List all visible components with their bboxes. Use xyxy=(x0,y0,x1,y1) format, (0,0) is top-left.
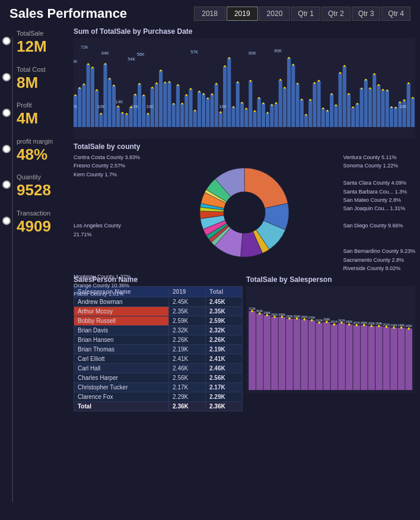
charts-panel: Sum of TotalSale by Purchase Date 72K64K… xyxy=(71,25,420,514)
cell-total: 2.26K xyxy=(206,335,243,345)
cell-total: 2.45K xyxy=(206,297,243,307)
svg-rect-104 xyxy=(295,84,299,127)
svg-point-57 xyxy=(194,110,196,112)
pie-label-sonoma: Sonoma County 1.22% xyxy=(343,161,415,170)
cell-name: Charles Harper xyxy=(74,373,169,383)
tab-qtr1[interactable]: Qtr 1 xyxy=(291,7,320,21)
bar-chart-title: Sum of TotalSale by Purchase Date xyxy=(74,27,415,36)
svg-point-109 xyxy=(305,114,307,116)
kpi-dot-0 xyxy=(2,37,11,45)
svg-rect-76 xyxy=(236,83,240,127)
svg-rect-194 xyxy=(294,319,301,390)
svg-text:14K: 14K xyxy=(116,100,123,104)
svg-point-51 xyxy=(182,103,183,104)
svg-rect-148 xyxy=(390,107,393,127)
cell-total: 2.17K xyxy=(206,383,243,392)
svg-rect-94 xyxy=(274,103,278,127)
kpi-items: TotalSale 12M Total Cost 8M Profit 4M pr… xyxy=(6,30,65,246)
svg-rect-64 xyxy=(210,94,214,127)
svg-point-202 xyxy=(311,319,313,321)
svg-point-29 xyxy=(134,94,136,96)
kpi-value-0: 12M xyxy=(17,38,65,55)
cell-2019: 2.56K xyxy=(169,373,206,383)
svg-rect-26 xyxy=(129,107,133,127)
kpi-item-5: Transaction 4909 xyxy=(6,210,65,235)
svg-point-155 xyxy=(403,99,405,101)
svg-text:56K: 56K xyxy=(137,52,145,57)
svg-rect-224 xyxy=(368,326,375,390)
kpi-label-1: Total Cost xyxy=(17,66,65,73)
kpi-label-2: Profit xyxy=(17,102,65,109)
kpi-label-0: TotalSale xyxy=(17,30,65,37)
col-header-total: Total xyxy=(206,287,243,297)
svg-point-87 xyxy=(258,97,260,99)
tab-2018[interactable]: 2018 xyxy=(194,7,225,21)
pie-labels-right: Ventura County 5.11% Sonoma County 1.22%… xyxy=(343,153,415,272)
svg-text:72K: 72K xyxy=(81,45,88,50)
svg-point-71 xyxy=(224,65,226,67)
kpi-item-4: Quantity 9528 xyxy=(6,173,65,199)
cell-2019: 2.45K xyxy=(169,297,206,307)
cell-name: Brian Hansen xyxy=(74,335,169,345)
kpi-dot-2 xyxy=(2,109,11,117)
cell-total: 2.32K xyxy=(206,326,243,335)
svg-rect-124 xyxy=(338,73,342,127)
pie-label-ventura: Ventura County 5.11% xyxy=(343,153,415,161)
svg-point-101 xyxy=(288,57,290,59)
svg-text:18K: 18K xyxy=(219,104,227,109)
cell-2019: 2.26K xyxy=(169,335,206,345)
cell-name: Carl Hall xyxy=(74,364,169,373)
tab-2019[interactable]: 2019 xyxy=(227,7,258,21)
svg-text:10K: 10K xyxy=(146,104,154,109)
svg-rect-188 xyxy=(278,317,285,390)
svg-rect-144 xyxy=(381,90,384,127)
svg-point-226 xyxy=(371,325,373,327)
tab-qtr2[interactable]: Qtr 2 xyxy=(322,7,351,21)
svg-point-220 xyxy=(355,324,357,326)
svg-rect-46 xyxy=(172,104,176,127)
svg-rect-80 xyxy=(244,109,248,127)
svg-rect-74 xyxy=(231,107,235,127)
svg-point-241 xyxy=(408,327,409,329)
svg-rect-48 xyxy=(176,85,180,127)
svg-point-35 xyxy=(147,113,149,115)
svg-text:54K: 54K xyxy=(128,57,135,62)
svg-point-238 xyxy=(400,326,402,329)
cell-total: 2.29K xyxy=(206,392,243,402)
svg-rect-84 xyxy=(253,111,256,127)
svg-text:56K: 56K xyxy=(74,59,78,64)
svg-text:17K: 17K xyxy=(74,104,78,109)
svg-rect-92 xyxy=(270,105,273,127)
pie-section: TotalSale by county Contra Costa County … xyxy=(74,142,415,272)
svg-point-187 xyxy=(273,316,275,318)
table-row: Carl Elliott2.41K2.41K xyxy=(74,354,243,364)
cell-name: Carl Elliott xyxy=(74,354,169,364)
cell-total: 2.59K xyxy=(206,316,243,326)
svg-point-129 xyxy=(348,93,349,95)
svg-rect-197 xyxy=(301,319,308,390)
kpi-label-5: Transaction xyxy=(17,210,65,217)
tab-qtr4[interactable]: Qtr 4 xyxy=(381,7,411,21)
svg-text:60K: 60K xyxy=(274,49,282,53)
svg-point-196 xyxy=(296,318,298,320)
svg-rect-122 xyxy=(334,105,338,127)
svg-point-123 xyxy=(335,104,337,106)
svg-rect-34 xyxy=(146,113,149,127)
table-total-row: Total 2.36K 2.36K xyxy=(74,402,243,411)
svg-rect-233 xyxy=(390,328,397,390)
cell-name: Andrew Bowman xyxy=(74,297,169,307)
svg-point-1 xyxy=(75,94,77,96)
tab-2020[interactable]: 2020 xyxy=(259,7,291,21)
cell-2019: 2.32K xyxy=(169,326,206,335)
svg-point-193 xyxy=(288,318,290,320)
svg-point-111 xyxy=(310,99,311,100)
svg-point-17 xyxy=(109,78,110,80)
svg-point-139 xyxy=(369,87,371,89)
svg-point-149 xyxy=(390,106,392,108)
svg-point-135 xyxy=(361,87,362,89)
tab-qtr3[interactable]: Qtr 3 xyxy=(352,7,381,21)
svg-point-55 xyxy=(190,88,192,90)
kpi-item-2: Profit 4M xyxy=(6,102,65,127)
total-2019: 2.36K xyxy=(169,402,206,411)
table-row: Bobby Russell2.59K2.59K xyxy=(74,316,243,326)
